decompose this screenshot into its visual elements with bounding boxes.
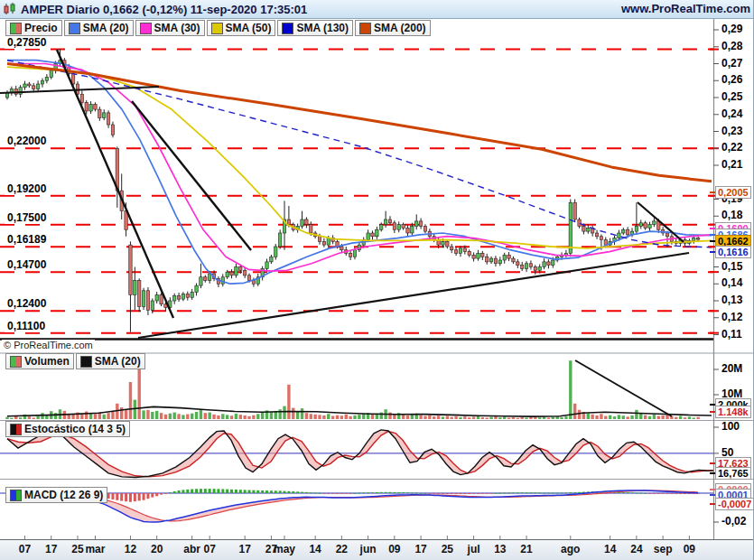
candle[interactable] [573, 202, 576, 219]
candle[interactable] [103, 113, 106, 118]
volume-bar[interactable] [428, 415, 431, 420]
volume-bar[interactable] [489, 417, 492, 420]
volume-bar[interactable] [138, 369, 141, 420]
candle[interactable] [305, 219, 308, 225]
candle[interactable] [36, 84, 39, 89]
candle[interactable] [454, 250, 457, 254]
candle[interactable] [270, 257, 273, 262]
volume-bar[interactable] [653, 415, 656, 420]
candle[interactable] [23, 84, 26, 88]
volume-bar[interactable] [564, 416, 567, 420]
volume-bar[interactable] [212, 415, 215, 420]
volume-bar[interactable] [569, 360, 572, 420]
volume-bar[interactable] [613, 416, 616, 420]
candle[interactable] [393, 223, 396, 230]
volume-bar[interactable] [155, 411, 158, 420]
candle[interactable] [578, 219, 581, 227]
candle[interactable] [415, 221, 418, 227]
volume-bar[interactable] [247, 416, 250, 420]
volume-bar[interactable] [103, 415, 106, 420]
volume-bar[interactable] [217, 415, 219, 420]
candle[interactable] [146, 291, 149, 311]
candle[interactable] [376, 229, 378, 237]
volume-bar[interactable] [419, 415, 422, 420]
volume-bar[interactable] [644, 415, 647, 420]
volume-bar[interactable] [182, 415, 184, 420]
volume-bar[interactable] [560, 417, 563, 420]
candle[interactable] [451, 247, 453, 250]
candle[interactable] [134, 281, 136, 295]
candle[interactable] [278, 233, 281, 247]
candle[interactable] [587, 228, 590, 231]
candle[interactable] [275, 247, 277, 257]
volume-bar[interactable] [142, 410, 144, 420]
candle[interactable] [520, 266, 523, 269]
volume-bar[interactable] [371, 415, 374, 420]
trend-line-feb-resistance[interactable] [0, 87, 159, 93]
volume-bar[interactable] [670, 416, 673, 420]
volume-bar[interactable] [529, 417, 532, 420]
volume-bar[interactable] [639, 414, 642, 420]
volume-bar[interactable] [688, 416, 691, 420]
volume-bar[interactable] [406, 415, 409, 420]
candle[interactable] [340, 247, 343, 250]
volume-bar[interactable] [684, 417, 686, 420]
volume-bar[interactable] [648, 416, 651, 420]
candle[interactable] [301, 219, 303, 227]
volume-bar[interactable] [693, 417, 695, 420]
candle[interactable] [529, 264, 532, 267]
volume-bar[interactable] [451, 417, 453, 420]
candle[interactable] [411, 227, 414, 234]
volume-bar[interactable] [243, 415, 246, 420]
candle[interactable] [177, 295, 180, 299]
volume-bar[interactable] [287, 385, 290, 420]
trend-line-triangle-descending[interactable] [638, 202, 684, 242]
volume-bar[interactable] [301, 408, 303, 420]
volume-bar[interactable] [331, 416, 334, 420]
candle[interactable] [648, 225, 651, 229]
trend-line-crash-trend-2[interactable] [132, 101, 251, 250]
legend-chip-sma-20-[interactable]: SMA (20) [64, 20, 134, 36]
volume-bar[interactable] [5, 417, 8, 420]
volume-bar[interactable] [609, 415, 611, 420]
candle[interactable] [204, 277, 207, 281]
candle[interactable] [327, 238, 330, 246]
candle[interactable] [388, 219, 391, 223]
legend-chip-macd-12-26-9-[interactable]: MACD (12 26 9) [5, 487, 107, 503]
candle[interactable] [459, 248, 461, 254]
volume-bar[interactable] [630, 415, 633, 420]
legend-chip-precio[interactable]: Precio [5, 20, 62, 36]
volume-bar[interactable] [446, 416, 449, 420]
sma-line-SMA50[interactable] [7, 67, 712, 248]
candle[interactable] [243, 270, 246, 275]
volume-bar[interactable] [164, 415, 167, 420]
candle[interactable] [191, 293, 193, 298]
legend-chip-volumen[interactable]: Volumen [5, 353, 74, 369]
volume-bar[interactable] [283, 406, 285, 420]
volume-bar[interactable] [116, 404, 118, 420]
volume-bar[interactable] [296, 411, 299, 420]
candle[interactable] [182, 294, 184, 300]
candle[interactable] [287, 219, 290, 225]
volume-bar[interactable] [486, 417, 489, 420]
candle[interactable] [543, 262, 545, 267]
candle[interactable] [489, 258, 492, 262]
legend-chip-sma-30-[interactable]: SMA (30) [135, 20, 205, 36]
volume-bar[interactable] [10, 418, 13, 420]
volume-bar[interactable] [353, 415, 356, 420]
volume-bar[interactable] [14, 416, 17, 420]
candle[interactable] [239, 267, 242, 271]
volume-bar[interactable] [604, 416, 607, 420]
candle[interactable] [635, 227, 638, 232]
candle[interactable] [595, 233, 598, 237]
volume-bar[interactable] [292, 408, 294, 420]
volume-bar[interactable] [151, 412, 154, 420]
volume-bar[interactable] [525, 417, 527, 420]
candle[interactable] [463, 248, 466, 252]
candle[interactable] [41, 80, 43, 84]
candle[interactable] [142, 291, 144, 307]
volume-bar[interactable] [635, 410, 638, 420]
volume-bar[interactable] [472, 416, 475, 420]
volume-bar[interactable] [503, 416, 506, 420]
volume-bar[interactable] [239, 415, 242, 420]
